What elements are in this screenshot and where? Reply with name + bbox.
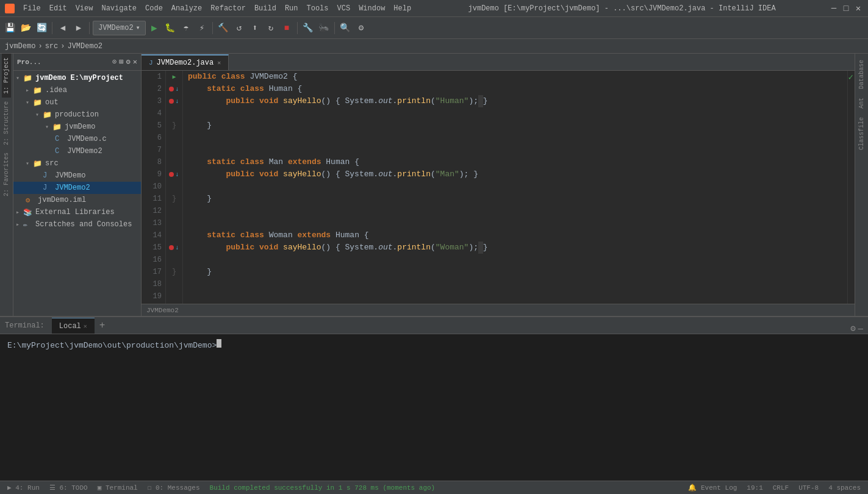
menu-code[interactable]: Code [142,3,167,14]
sidebar-header: Pro... ⊙ ⊞ ⚙ ✕ [13,54,141,71]
sync-button[interactable]: 🔄 [34,21,49,35]
window-controls[interactable]: ─ □ ✕ [829,4,863,13]
add-terminal-button[interactable]: + [95,318,110,334]
breadcrumb-file[interactable]: JVMDemo2 [67,42,102,51]
structure-tab[interactable]: 2: Structure [2,98,11,149]
menu-help[interactable]: Help [390,3,415,14]
menu-vcs[interactable]: VCS [334,3,354,14]
debug-button[interactable]: 🐛 [163,21,178,35]
stop-button[interactable]: ■ [279,21,294,35]
tree-arrow-out: ▾ [26,99,33,106]
tree-item-jvmdemo-java[interactable]: ▸ J JVMDemo [13,170,141,182]
close-sidebar-icon[interactable]: ✕ [133,57,137,66]
folder-icon-production: 📁 [43,110,52,120]
tree-item-external-libs[interactable]: ▸ 📚 External Libraries [13,206,141,218]
bp-gutter-9[interactable] [169,172,174,177]
bp-gutter-2[interactable] [169,87,174,91]
open-button[interactable]: 📂 [18,21,33,35]
project-icon: 📁 [23,74,33,83]
classfile-tab[interactable]: Classfile [857,113,866,154]
menu-refactor[interactable]: Refactor [207,3,249,14]
terminal-minimize-icon[interactable]: — [858,324,863,334]
tree-item-iml[interactable]: ⚙ jvmDemo.iml [13,194,141,206]
close-button[interactable]: ✕ [853,4,863,13]
back-button[interactable]: ◀ [56,21,70,35]
rebuild-button[interactable]: ↺ [232,21,246,35]
code-line-1: public class JVMDemo2 { [188,71,842,83]
encoding[interactable]: UTF-8 [796,484,821,492]
save-button[interactable]: 💾 [2,21,17,35]
run-button[interactable]: ▶ [147,21,162,35]
terminal-settings-icon[interactable]: ⚙ [850,323,855,334]
maximize-button[interactable]: □ [841,4,851,13]
library-icon: 📚 [23,208,33,217]
reload-button[interactable]: ↻ [264,21,278,35]
indent-settings[interactable]: 4 spaces [826,484,863,492]
settings-button[interactable]: ⚙ [354,21,368,35]
breadcrumb-project[interactable]: jvmDemo [5,42,35,51]
run-config-dropdown[interactable]: JVMDemo2 ▾ [93,21,146,35]
tree-item-production[interactable]: ▾ 📁 production [13,109,141,121]
tree-item-idea[interactable]: ▸ 📁 .idea [13,84,141,96]
favorites-tab[interactable]: 2: Favorites [2,149,11,200]
build-button[interactable]: 🔨 [216,21,231,35]
line-endings[interactable]: CRLF [770,484,791,492]
search-everywhere-button[interactable]: 🔍 [338,21,353,35]
code-line-12 [188,205,842,217]
checkmark-icon: ✓ [848,72,853,82]
run-status-button[interactable]: ▶ 4: Run [5,484,42,492]
tree-root-jvmdemo[interactable]: ▾ 📁 jvmDemo E:\myProject [13,72,141,84]
terminal-button[interactable]: ▣ Terminal [95,484,140,492]
project-tab[interactable]: 1: Project [2,54,11,98]
messages-button[interactable]: ☐ 0: Messages [145,484,203,492]
bp-gutter-3[interactable] [169,99,174,104]
breadcrumb-src[interactable]: src [45,42,59,51]
forward-button[interactable]: ▶ [71,21,86,35]
tree-item-jvmdemo-prod[interactable]: ▾ 📁 jvmDemo [13,121,141,133]
menu-view[interactable]: View [72,3,97,14]
menu-edit[interactable]: Edit [46,3,71,14]
menu-tools[interactable]: Tools [303,3,332,14]
build2-button[interactable]: 🔧 [301,21,315,35]
menu-navigate[interactable]: Navigate [98,3,140,14]
terminal-local-close[interactable]: ✕ [84,323,87,330]
settings-icon[interactable]: ⚙ [126,57,131,66]
profile-button[interactable]: ⚡ [195,21,209,35]
locate-file-icon[interactable]: ⊙ [112,57,117,66]
ant-tab[interactable]: Ant [857,94,866,112]
menu-analyze[interactable]: Analyze [168,3,206,14]
event-log-icon[interactable]: 🔔 Event Log [686,484,739,492]
menu-window[interactable]: Window [355,3,389,14]
cursor-position[interactable]: 19:1 [744,484,765,492]
run-gutter-1[interactable]: ▶ [172,73,176,81]
sidebar-header-icons: ⊙ ⊞ ⚙ ✕ [112,57,137,66]
menu-build[interactable]: Build [251,3,280,14]
menu-file[interactable]: File [20,3,45,14]
terminal-content[interactable]: E:\myProject\jvmDemo\out\production\jvmD… [0,334,868,481]
tree-item-jvmdemo2-java[interactable]: ▸ J JVMDemo2 [13,182,141,194]
terminal-local-label: Local [59,322,81,331]
status-left: ▶ 4: Run ☰ 6: TODO ▣ Terminal ☐ 0: Messa… [5,484,686,492]
ant-button[interactable]: 🐜 [317,21,331,35]
tree-item-scratches[interactable]: ▸ ✏ Scratches and Consoles [13,218,141,231]
bp-gutter-15[interactable] [169,245,174,250]
tree-item-src[interactable]: ▾ 📁 src [13,157,141,170]
tree-item-jvmdemo-class[interactable]: C JVMDemo.c [13,133,141,145]
editor-tab-jvmdemo2[interactable]: J JVMDemo2.java ✕ [142,54,229,70]
database-tab[interactable]: Database [857,56,866,93]
editor-scrollbar[interactable]: ✓ [847,71,855,304]
terminal-tab-local[interactable]: Local ✕ [52,318,95,334]
todo-button[interactable]: ☰ 6: TODO [47,484,90,492]
update-button[interactable]: ⬆ [248,21,262,35]
code-line-16 [188,254,842,266]
code-content[interactable]: public class JVMDemo2 { static class Hum… [183,71,847,304]
tree-item-jvmdemo2-class[interactable]: C JVMDemo2 [13,145,141,157]
tab-close-icon[interactable]: ✕ [217,59,221,66]
coverage-button[interactable]: ☂ [179,21,193,35]
expand-all-icon[interactable]: ⊞ [119,57,123,66]
tree-arrow-idea: ▸ [26,87,33,94]
menu-run[interactable]: Run [281,3,302,14]
menu-bar[interactable]: File Edit View Navigate Code Analyze Ref… [20,3,415,14]
minimize-button[interactable]: ─ [829,4,839,13]
tree-item-out[interactable]: ▾ 📁 out [13,96,141,109]
